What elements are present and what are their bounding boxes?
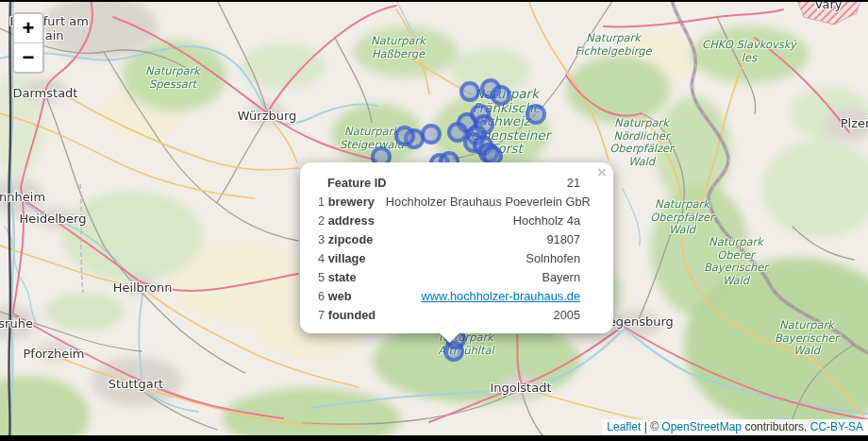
park-label: Naturpark Fichtelgebirge xyxy=(575,32,651,58)
popup-row-label: 7 founded xyxy=(318,306,376,325)
popup-row-value: www.hochholzer-brauhaus.de xyxy=(352,287,580,306)
popup-row-label: 2 address xyxy=(318,212,375,230)
city-label: Pforzheim xyxy=(23,347,84,361)
city-label: Heidelberg xyxy=(20,212,87,226)
popup-row-zipcode: 3 zipcode91807 xyxy=(318,230,580,249)
park-label: Naturpark Haßberge xyxy=(371,35,426,60)
city-label: Stuttgart xyxy=(108,377,163,391)
popup-row-label: 5 state xyxy=(318,268,357,287)
popup-content-wrapper: × Feature ID 21 1 breweryHochholzer Brau… xyxy=(300,162,613,333)
leaflet-link[interactable]: Leaflet xyxy=(607,420,641,433)
brewery-marker[interactable] xyxy=(491,85,511,106)
zoom-in-button[interactable]: + xyxy=(14,14,42,43)
popup-row-web: 6 webwww.hochholzer-brauhaus.de xyxy=(318,287,580,306)
brewery-marker[interactable] xyxy=(526,104,546,125)
popup-row-label: 1 brewery xyxy=(318,193,375,212)
popup-row-state: 5 stateBayern xyxy=(318,268,580,287)
city-label: Karlsruhe xyxy=(0,316,33,331)
popup-title-value: 21 xyxy=(387,174,580,193)
popup-title: Feature ID xyxy=(327,176,387,190)
attribution-bar: Leaflet | © OpenStreetMap contributors, … xyxy=(602,419,868,435)
top-edge-bar xyxy=(0,0,868,2)
popup-row-value: 2005 xyxy=(376,306,580,325)
popup-row-value: Hochholzer Brauhaus Poeverlein GbR xyxy=(375,193,591,212)
park-label: CHKO Slavkovský les xyxy=(702,39,796,64)
park-label: Naturpark Bayerischer Wald xyxy=(775,319,839,358)
popup-row-label: 3 zipcode xyxy=(318,230,373,249)
popup-row-label: 4 village xyxy=(318,249,366,268)
popup-row-address: 2 addressHochholz 4a xyxy=(318,212,580,230)
popup-row-brewery: 1 breweryHochholzer Brauhaus Poeverlein … xyxy=(318,193,580,212)
popup-row-value: Solnhofen xyxy=(366,249,580,268)
popup-title-row: Feature ID 21 xyxy=(318,174,580,193)
popup-rows: 1 breweryHochholzer Brauhaus Poeverlein … xyxy=(318,193,580,325)
city-label: Darmstadt xyxy=(13,86,78,100)
zoom-control: + − xyxy=(12,12,44,74)
attribution-sep2: contributors, xyxy=(742,420,810,433)
popup-row-value: 91807 xyxy=(373,230,580,249)
popup-row-value: Hochholz 4a xyxy=(375,212,580,230)
popup-row-label: 6 web xyxy=(318,287,352,306)
park-label: Naturpark Spessart xyxy=(145,65,200,91)
bottom-edge-bar xyxy=(0,435,868,441)
brewery-marker[interactable] xyxy=(394,126,415,146)
city-label: Würzburg xyxy=(238,109,297,123)
city-label: Heilbronn xyxy=(113,280,173,295)
leaflet-map[interactable]: Frankfurt am MainDarmstadtWürzburgMannhe… xyxy=(0,0,868,441)
city-label: Plzeň xyxy=(841,116,868,130)
park-label: Naturpark Oberpfälzer Wald xyxy=(650,198,714,237)
popup-row-village: 4 villageSolnhofen xyxy=(318,249,580,268)
park-label: Naturpark Oberer Bayerischer Wald xyxy=(704,236,768,287)
zoom-out-button[interactable]: − xyxy=(14,43,42,72)
attribution-sep1: | © xyxy=(641,420,661,433)
feature-popup: × Feature ID 21 1 breweryHochholzer Brau… xyxy=(300,162,613,333)
popup-row-value: Bayern xyxy=(357,268,580,287)
popup-close-button[interactable]: × xyxy=(597,166,607,179)
openstreetmap-link[interactable]: OpenStreetMap xyxy=(661,420,742,433)
city-label: Mannheim xyxy=(0,190,45,204)
brewery-marker[interactable] xyxy=(459,81,480,102)
city-label: Ingolstadt xyxy=(490,381,551,395)
brewery-website-link[interactable]: www.hochholzer-brauhaus.de xyxy=(421,289,580,303)
license-link[interactable]: CC-BY-SA xyxy=(810,420,863,433)
park-label: Naturpark Nördlicher Oberpfälzer Wald xyxy=(609,117,674,168)
